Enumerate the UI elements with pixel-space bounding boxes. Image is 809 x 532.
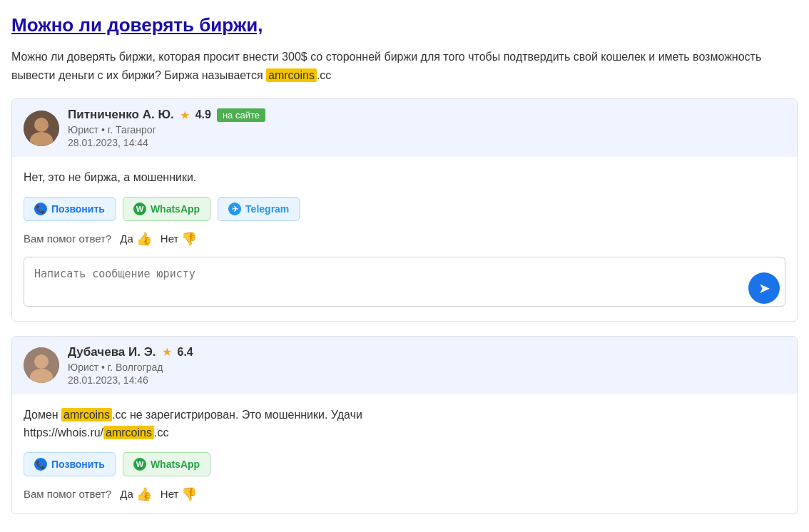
- whatsapp-icon-2: W: [133, 458, 146, 471]
- lawyer-info-1: Питниченко А. Ю. ★ 4.9 на сайте Юрист • …: [68, 108, 785, 148]
- contact-buttons-1: 📞 Позвонить W WhatsApp ✈ Telegram: [24, 197, 785, 221]
- svg-point-4: [34, 354, 49, 369]
- answer-body-2: Домен amrcoins.cc не зарегистрирован. Эт…: [12, 394, 797, 513]
- page-title[interactable]: Можно ли доверять биржи,: [11, 14, 798, 36]
- phone-icon-1: 📞: [34, 203, 47, 215]
- answer-text-suffix-2: .cc: [154, 426, 168, 439]
- rating-1: 4.9: [195, 108, 211, 121]
- lawyer-info-2: Дубачева И. Э. ★ 6.4 Юрист • г. Волгогра…: [68, 345, 785, 386]
- helpful-row-2: Вам помог ответ? Да 👍 Нет 👎: [24, 486, 785, 502]
- svg-point-1: [34, 118, 49, 132]
- amrcoins-highlight-question: amrcoins: [266, 68, 317, 82]
- whatsapp-button-2[interactable]: W WhatsApp: [123, 452, 210, 476]
- answer-header-2: Дубачева И. Э. ★ 6.4 Юрист • г. Волгогра…: [12, 337, 797, 394]
- helpful-label-1: Вам помог ответ?: [24, 232, 111, 245]
- thumb-down-icon-2: 👎: [181, 486, 197, 502]
- lawyer-subtitle-2: Юрист • г. Волгоград: [68, 362, 785, 373]
- answer-card-1: Питниченко А. Ю. ★ 4.9 на сайте Юрист • …: [11, 98, 798, 322]
- helpful-row-1: Вам помог ответ? Да 👍 Нет 👎: [24, 231, 785, 247]
- amrcoins-highlight-2b: amrcoins: [103, 426, 154, 439]
- lawyer-date-2: 28.01.2023, 14:46: [68, 374, 785, 386]
- lawyer-subtitle-1: Юрист • г. Таганрог: [68, 124, 785, 135]
- send-button-1[interactable]: ➤: [748, 272, 780, 304]
- question-text: Можно ли доверять биржи, которая просит …: [11, 48, 798, 84]
- answer-text-1: Нет, это не биржа, а мошенники.: [24, 168, 785, 187]
- answer-text-2: Домен amrcoins.cc не зарегистрирован. Эт…: [24, 406, 785, 442]
- no-button-2[interactable]: Нет 👎: [161, 486, 198, 502]
- answer-body-1: Нет, это не биржа, а мошенники. 📞 Позвон…: [12, 157, 797, 321]
- telegram-button-1[interactable]: ✈ Telegram: [218, 197, 300, 221]
- rating-2: 6.4: [178, 346, 193, 359]
- whois-link: https://whois.ru/: [24, 426, 103, 439]
- yes-button-1[interactable]: Да 👍: [120, 231, 152, 247]
- avatar-1: [24, 111, 59, 146]
- answer-text-mid-part1: .cc не зарегистрирован. Это мошенники. У…: [112, 409, 362, 421]
- avatar-2: [24, 347, 59, 383]
- answer-text-prefix-2: Домен: [24, 409, 61, 421]
- no-button-1[interactable]: Нет 👎: [161, 231, 198, 247]
- star-icon-1: ★: [180, 108, 190, 122]
- amrcoins-highlight-2: amrcoins: [61, 408, 112, 421]
- lawyer-name-row-1: Питниченко А. Ю. ★ 4.9 на сайте: [68, 108, 785, 122]
- lawyer-name-row-2: Дубачева И. Э. ★ 6.4: [68, 345, 785, 359]
- lawyer-date-1: 28.01.2023, 14:44: [68, 137, 785, 148]
- online-badge-1: на сайте: [217, 108, 265, 122]
- thumb-up-icon-1: 👍: [136, 231, 152, 247]
- thumb-up-icon-2: 👍: [136, 486, 152, 502]
- answer-card-2: Дубачева И. Э. ★ 6.4 Юрист • г. Волгогра…: [11, 336, 798, 514]
- whatsapp-button-1[interactable]: W WhatsApp: [123, 197, 210, 221]
- whatsapp-icon-1: W: [133, 203, 146, 215]
- contact-buttons-2: 📞 Позвонить W WhatsApp: [24, 452, 785, 476]
- star-icon-2: ★: [162, 345, 172, 359]
- telegram-icon-1: ✈: [228, 203, 241, 215]
- yes-button-2[interactable]: Да 👍: [120, 486, 152, 502]
- thumb-down-icon-1: 👎: [181, 231, 197, 247]
- helpful-label-2: Вам помог ответ?: [24, 488, 111, 500]
- send-icon-1: ➤: [758, 280, 770, 297]
- lawyer-name-2: Дубачева И. Э.: [68, 345, 156, 359]
- message-input-1[interactable]: [24, 257, 785, 307]
- message-box-wrapper-1: ➤: [24, 257, 785, 310]
- call-button-2[interactable]: 📞 Позвонить: [24, 452, 116, 476]
- lawyer-name-1: Питниченко А. Ю.: [68, 108, 174, 122]
- phone-icon-2: 📞: [34, 458, 47, 471]
- answer-header-1: Питниченко А. Ю. ★ 4.9 на сайте Юрист • …: [12, 99, 797, 157]
- call-button-1[interactable]: 📞 Позвонить: [24, 197, 116, 221]
